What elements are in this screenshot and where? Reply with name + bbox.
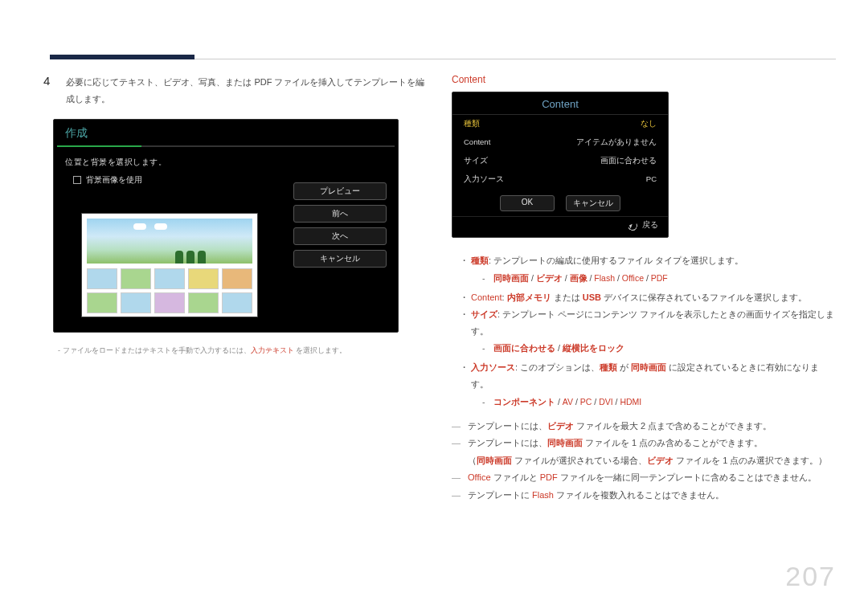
osd-content-title: Content <box>452 92 668 115</box>
sub-source-options: コンポーネント / AV / PC / DVI / HDMI <box>482 394 836 410</box>
return-label: 戻る <box>642 220 658 231</box>
sub-size-options: 画面に合わせる / 縦横比をロック <box>482 341 836 356</box>
return-icon <box>626 219 638 231</box>
dash-office-pdf: Office ファイルと PDF ファイルを一緒に同一テンプレートに含めることは… <box>452 469 836 486</box>
osd-create-panel: 作成 位置と背景を選択します。 背景画像を使用 <box>53 119 399 333</box>
ok-button[interactable]: OK <box>500 195 555 211</box>
osd-content-panel: Content 種類 なし Content アイテムがありません サイズ 画面に… <box>452 92 669 238</box>
dash-live-limit: テンプレートには、同時画面 ファイルを 1 点のみ含めることができます。 （同時… <box>452 435 836 469</box>
next-button[interactable]: 次へ <box>293 227 387 245</box>
thumbnail-preview <box>81 213 258 317</box>
bullet-size: サイズ: テンプレート ページにコンテンツ ファイルを表示したときの画面サイズを… <box>460 306 836 357</box>
return-row[interactable]: 戻る <box>452 216 668 237</box>
osd-create-title: 作成 <box>54 120 398 145</box>
page-number: 207 <box>785 561 836 592</box>
osd-row-type[interactable]: 種類 なし <box>452 115 668 133</box>
bullet-source: 入力ソース: このオプションは、種類 が 同時画面 に設定されているときに有効に… <box>460 359 836 410</box>
sub-type-options: 同時画面 / ビデオ / 画像 / Flash / Office / PDF <box>482 271 836 286</box>
bullet-list: 種類: テンプレートの編成に使用するファイル タイプを選択します。 同時画面 /… <box>460 252 836 410</box>
osd-row-source[interactable]: 入力ソース PC <box>452 170 668 189</box>
osd-row-size[interactable]: サイズ 画面に合わせる <box>452 152 668 170</box>
step-4: 4 必要に応じてテキスト、ビデオ、写真、または PDF ファイルを挿入してテンプ… <box>43 74 428 108</box>
osd-instruction: 位置と背景を選択します。 <box>65 157 387 168</box>
osd-row-content[interactable]: Content アイテムがありません <box>452 133 668 152</box>
step-number: 4 <box>43 74 55 88</box>
cancel-button-content[interactable]: キャンセル <box>566 195 620 211</box>
bullet-type: 種類: テンプレートの編成に使用するファイル タイプを選択します。 同時画面 /… <box>460 252 836 286</box>
cancel-button[interactable]: キャンセル <box>293 250 387 268</box>
step-text: 必要に応じてテキスト、ビデオ、写真、または PDF ファイルを挿入してテンプレー… <box>66 74 428 108</box>
dash-list: テンプレートには、ビデオ ファイルを最大 2 点まで含めることができます。 テン… <box>452 418 836 504</box>
bullet-content: Content: 内部メモリ または USB デバイスに保存されているファイルを… <box>460 289 836 306</box>
dash-video-limit: テンプレートには、ビデオ ファイルを最大 2 点まで含めることができます。 <box>452 418 836 435</box>
content-heading: Content <box>452 74 836 85</box>
preview-button[interactable]: プレビュー <box>293 182 387 200</box>
dash-flash-limit: テンプレートに Flash ファイルを複数入れることはできません。 <box>452 487 836 504</box>
footnote-left: - ファイルをロードまたはテキストを手動で入力するには、入力テキスト を選択しま… <box>58 345 428 356</box>
previous-button[interactable]: 前へ <box>293 205 387 223</box>
checkbox-label: 背景画像を使用 <box>86 174 142 186</box>
header-bar <box>50 55 836 59</box>
checkbox-icon <box>73 176 81 184</box>
